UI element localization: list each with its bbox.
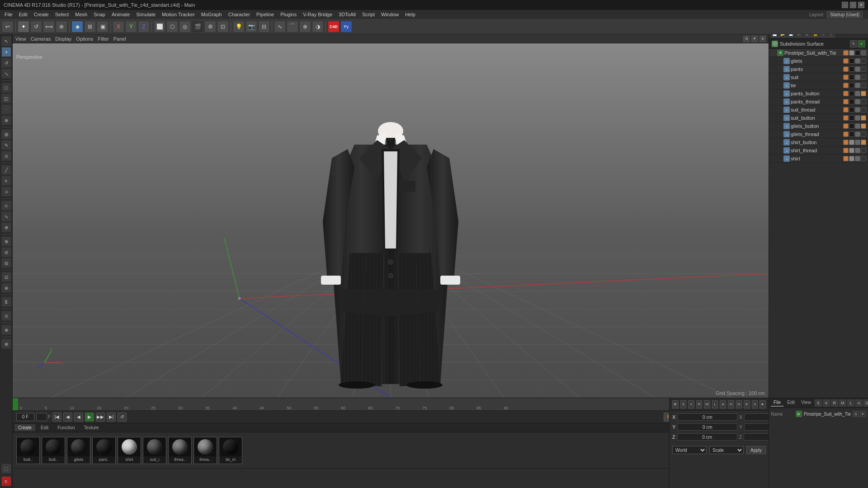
left-pinch-tool[interactable]: ⊘ [1, 247, 11, 257]
close-button[interactable]: ✕ [858, 2, 864, 8]
menu-window[interactable]: Window [378, 11, 401, 18]
left-live-tool[interactable]: ⊕ [1, 115, 11, 125]
tree-root-item[interactable]: ⊗ Pinstripe_Suit_with_Tie [769, 49, 868, 57]
attr-sm-icon-1[interactable]: S [853, 411, 859, 417]
cube-button[interactable]: ⬜ [154, 21, 165, 33]
render-region-button[interactable]: ⊡ [217, 21, 229, 33]
left-magnet-tool[interactable]: ⊙ [1, 151, 11, 161]
vp-menu-options[interactable]: Options [76, 36, 93, 42]
left-flatten-tool[interactable]: ⊟ [1, 258, 11, 268]
material-swatch-6[interactable]: suit_i [143, 437, 166, 464]
model-mode-button[interactable]: ◆ [71, 21, 83, 33]
menu-motion-tracker[interactable]: Motion Tracker [159, 11, 198, 18]
xyz-z-button[interactable]: Z [138, 21, 150, 33]
move-tool-button[interactable]: ✦ [18, 21, 29, 33]
tree-item-gilets-thread[interactable]: △ gilets_thread [769, 130, 868, 138]
menu-select[interactable]: Select [52, 11, 72, 18]
coord-icon-8[interactable]: G [728, 400, 734, 408]
minimize-button[interactable]: – [842, 2, 848, 8]
left-edge-tool[interactable]: ◫ [1, 94, 11, 103]
menu-edit[interactable]: Edit [16, 11, 30, 18]
coord-icon-10[interactable]: E [744, 400, 750, 408]
scale-tool-button[interactable]: ⟺ [43, 21, 55, 33]
menu-plugins[interactable]: Plugins [278, 11, 299, 18]
vp-menu-filter[interactable]: Filter [98, 36, 108, 42]
fast-forward-button[interactable]: ▶▶ [96, 413, 105, 422]
left-material-tool[interactable]: $ [1, 297, 11, 307]
left-knife-tool[interactable]: ╱ [1, 165, 11, 175]
floor-button[interactable]: ⊟ [258, 21, 270, 33]
material-swatch-1[interactable]: butt.. [16, 437, 40, 464]
layout-value[interactable]: Startup (Used) [827, 11, 863, 18]
attr-icon-1[interactable]: S [815, 399, 822, 407]
coord-icon-1[interactable]: ⊞ [672, 400, 679, 408]
menu-file[interactable]: File [2, 11, 15, 18]
object-axis-button[interactable]: ⊞ [84, 21, 96, 33]
prev-frame-button[interactable]: ◀ [63, 413, 72, 422]
smooth-button[interactable]: ⌒ [287, 21, 298, 33]
vp-icon-2[interactable]: ▼ [751, 36, 758, 42]
vp-icon-1[interactable]: ⊞ [743, 36, 750, 42]
menu-mesh[interactable]: Mesh [72, 11, 90, 18]
rotate-tool-button[interactable]: ↺ [30, 21, 42, 33]
menu-character[interactable]: Character [226, 11, 253, 18]
left-texture-layer[interactable]: ⬚ [1, 464, 11, 474]
left-pointer-tool[interactable]: ↖ [1, 36, 11, 46]
tree-item-pants-button[interactable]: △ pants_button [769, 89, 868, 98]
timeline-ruler[interactable]: 0 5 10 15 20 25 30 35 40 45 50 55 60 65 … [18, 398, 750, 410]
tree-item-suit-button[interactable]: △ suit_button [769, 114, 868, 122]
menu-help[interactable]: Help [402, 11, 418, 18]
mat-tab-function[interactable]: Function [54, 424, 78, 431]
material-swatch-3[interactable]: gilets [67, 437, 90, 464]
attr-icon-6[interactable]: A [855, 399, 863, 407]
attr-tab-file[interactable]: File [771, 399, 783, 407]
cinema4d-logo[interactable]: C4D [328, 21, 340, 33]
z-position-input[interactable] [677, 433, 737, 441]
left-grab-tool[interactable]: ⊗ [1, 236, 11, 246]
material-swatch-8[interactable]: threa.. [193, 437, 217, 464]
menu-create[interactable]: Create [31, 11, 52, 18]
maximize-button[interactable]: □ [850, 2, 856, 8]
sweep-button[interactable]: ⊗ [299, 21, 311, 33]
python-button[interactable]: Py [340, 21, 352, 33]
loop-button[interactable]: ↺ [118, 413, 127, 422]
attr-icon-7[interactable]: G [863, 399, 868, 407]
material-swatch-7[interactable]: threa.. [168, 437, 192, 464]
left-attract-tool[interactable]: ⊂ [1, 201, 11, 211]
coord-icon-12[interactable]: ► [760, 400, 766, 408]
tree-item-pants-thread[interactable]: △ pants_thread [769, 98, 868, 106]
coord-icon-2[interactable]: S [680, 400, 687, 408]
tree-item-shirt-button[interactable]: △ shirt_button [769, 138, 868, 146]
world-dropdown[interactable]: World [672, 446, 707, 454]
coord-icon-11[interactable]: X [752, 400, 758, 408]
mat-tab-create[interactable]: Create [14, 424, 35, 431]
attr-icon-2[interactable]: V [823, 399, 830, 407]
undo-button[interactable]: ↩ [2, 21, 14, 33]
coord-icon-3[interactable]: V [688, 400, 694, 408]
left-stamp-tool[interactable]: ⊡ [1, 272, 11, 282]
menu-pipeline[interactable]: Pipeline [254, 11, 277, 18]
attr-sm-icon-2[interactable]: ▸ [860, 411, 866, 417]
attr-tab-view[interactable]: View [798, 399, 814, 407]
tree-item-suit-thread[interactable]: △ suit_thread [769, 106, 868, 114]
left-morph-tool[interactable]: ⊕ [1, 325, 11, 335]
vp-menu-panel[interactable]: Panel [113, 36, 126, 42]
attr-icon-3[interactable]: R [831, 399, 838, 407]
attr-tab-edit[interactable]: Edit [784, 399, 797, 407]
left-move-tool[interactable]: ✦ [1, 47, 11, 57]
menu-animate[interactable]: Animate [109, 11, 132, 18]
vp-icon-3[interactable]: ⊗ [760, 36, 766, 42]
material-swatch-4[interactable]: pant.. [92, 437, 116, 464]
left-rotate-tool[interactable]: ↺ [1, 58, 11, 68]
deformer-button[interactable]: ◎ [179, 21, 191, 33]
y-position-input[interactable] [677, 423, 737, 431]
go-to-start-button[interactable]: |◀ [52, 413, 61, 422]
tree-item-shirt-thread[interactable]: △ shirt_thread [769, 146, 868, 155]
left-deform-tool[interactable]: ⊙ [1, 311, 11, 321]
coord-icon-5[interactable]: M [704, 400, 710, 408]
left-cinema-logo[interactable]: C [1, 476, 11, 486]
material-swatch-2[interactable]: butt.. [42, 437, 65, 464]
frame-rate-input[interactable] [36, 413, 47, 421]
attr-icon-5[interactable]: L [847, 399, 854, 407]
scale-dropdown[interactable]: Scale [709, 446, 744, 454]
